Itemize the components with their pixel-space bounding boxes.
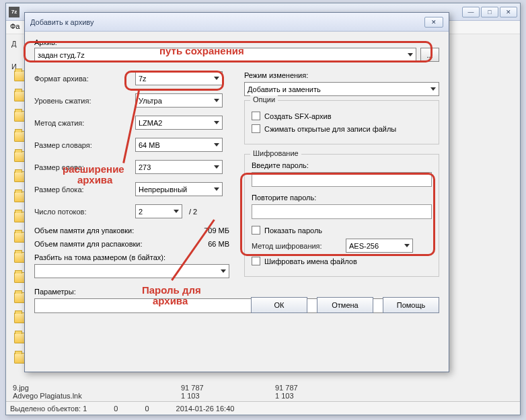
password-repeat-input[interactable]	[252, 204, 432, 219]
threads-max: / 2	[189, 208, 197, 216]
options-title: Опции	[250, 95, 278, 103]
archive-path-select[interactable]: задан студ.7z	[34, 48, 416, 62]
compress-open-label: Сжимать открытые для записи файлы	[264, 125, 396, 133]
block-select[interactable]: Непрерывный	[135, 182, 223, 196]
password-label: Введите пароль:	[252, 161, 432, 169]
mem-pack-value: 709 МБ	[204, 226, 229, 235]
level-label: Уровень сжатия:	[34, 97, 135, 105]
format-label: Формат архива:	[34, 75, 135, 83]
close-button[interactable]: ✕	[500, 7, 517, 17]
file-size: 91 787	[181, 384, 241, 392]
options-group: Опции Создать SFX-архив Сжимать открытые…	[244, 100, 439, 144]
file-size: 1 103	[181, 392, 241, 400]
right-column: Режим изменения: Добавить и заменить Опц…	[244, 71, 439, 296]
mem-unpack-value: 66 MB	[208, 240, 229, 248]
level-select[interactable]: Ультра	[135, 93, 223, 108]
status-date: 2014-01-26 16:40	[176, 405, 235, 413]
ok-button[interactable]: ОК	[251, 297, 307, 313]
status-bar: Выделено объектов: 1 0 0 2014-01-26 16:4…	[6, 401, 520, 415]
dialog-button-row: ОК Отмена Помощь	[251, 297, 439, 313]
show-password-checkbox[interactable]	[252, 226, 260, 235]
method-value: LZMA2	[139, 119, 162, 127]
enc-method-select[interactable]: AES-256	[346, 239, 413, 253]
method-select[interactable]: LZMA2	[135, 116, 223, 130]
format-value: 7z	[139, 75, 147, 83]
background-file-list: 9.jpg 91 787 91 787 Advego Plagiatus.lnk…	[13, 384, 336, 400]
encrypt-names-checkbox[interactable]	[252, 257, 260, 265]
dialog-close-button[interactable]: ✕	[424, 17, 443, 28]
dict-value: 64 MB	[139, 141, 160, 149]
archive-path-value: задан студ.7z	[38, 51, 85, 59]
browse-button[interactable]: ...	[420, 48, 439, 62]
threads-value: 2	[139, 208, 143, 216]
left-column: Формат архива:7z Уровень сжатия:Ультра М…	[34, 71, 229, 296]
status-c2: 0	[145, 405, 149, 413]
compress-open-checkbox[interactable]	[252, 124, 260, 133]
update-label: Режим изменения:	[244, 71, 439, 79]
help-button[interactable]: Помощь	[383, 297, 439, 313]
file-row[interactable]: Advego Plagiatus.lnk 1 103 1 103	[13, 392, 336, 400]
add-to-archive-dialog: Добавить к архиву ✕ Архив: задан студ.7z…	[24, 12, 449, 372]
params-label: Параметры:	[34, 288, 229, 296]
update-mode-select[interactable]: Добавить и заменить	[244, 82, 439, 96]
status-c1: 0	[114, 405, 118, 413]
file-size2: 91 787	[275, 384, 336, 392]
cancel-button[interactable]: Отмена	[317, 297, 373, 313]
method-label: Метод сжатия:	[34, 119, 135, 127]
block-value: Непрерывный	[139, 185, 187, 194]
block-label: Размер блока:	[34, 185, 135, 194]
app-icon: 7z	[9, 7, 20, 17]
format-select[interactable]: 7z	[135, 71, 223, 85]
mem-pack-label: Объем памяти для упаковки:	[34, 226, 134, 235]
window-buttons: — □ ✕	[462, 7, 517, 17]
encrypt-names-label: Шифровать имена файлов	[264, 257, 357, 265]
archive-label: Архив:	[34, 38, 439, 46]
mem-unpack-label: Объем памяти для распаковки:	[34, 240, 143, 248]
word-label: Размер слова:	[34, 163, 135, 171]
encryption-title: Шифрование	[250, 149, 301, 157]
status-selection: Выделено объектов: 1	[10, 405, 87, 413]
show-password-label: Показать пароль	[264, 226, 322, 235]
enc-method-value: AES-256	[349, 242, 379, 250]
file-name: 9.jpg	[13, 384, 147, 392]
maximize-button[interactable]: □	[481, 7, 498, 17]
threads-label: Число потоков:	[34, 208, 135, 216]
enc-method-label: Метод шифрования:	[252, 242, 346, 250]
dialog-title: Добавить к архиву	[30, 18, 93, 26]
word-value: 273	[139, 163, 151, 171]
sfx-checkbox[interactable]	[252, 112, 260, 120]
sfx-label: Создать SFX-архив	[264, 112, 332, 120]
level-value: Ультра	[139, 97, 162, 105]
file-row[interactable]: 9.jpg 91 787 91 787	[13, 384, 336, 392]
dict-select[interactable]: 64 MB	[135, 138, 223, 152]
file-size2: 1 103	[275, 392, 336, 400]
split-select[interactable]	[34, 264, 229, 278]
dialog-titlebar: Добавить к архиву ✕	[25, 13, 449, 32]
password-input[interactable]	[252, 172, 432, 187]
split-label: Разбить на тома размером (в байтах):	[34, 253, 229, 261]
update-value: Добавить и заменить	[248, 85, 321, 93]
file-name: Advego Plagiatus.lnk	[13, 392, 147, 400]
threads-select[interactable]: 2	[135, 204, 182, 218]
encryption-group: Шифрование Введите пароль: Повторите пар…	[244, 154, 439, 277]
dict-label: Размер словаря:	[34, 141, 135, 149]
password-repeat-label: Повторите пароль:	[252, 194, 432, 202]
minimize-button[interactable]: —	[462, 7, 480, 17]
word-select[interactable]: 273	[135, 160, 223, 174]
